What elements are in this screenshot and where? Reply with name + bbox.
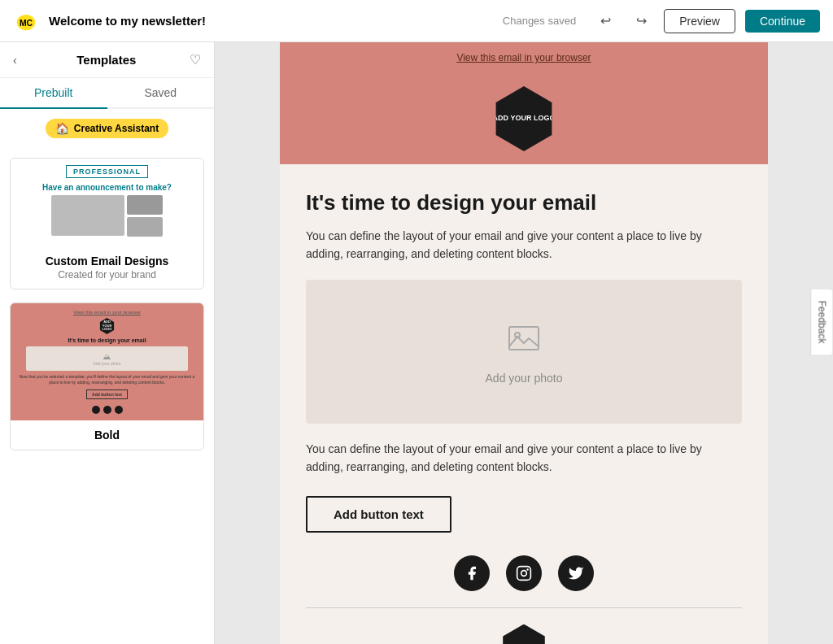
preview-headline: Have an announcement to make? [42,183,172,192]
bold-body-text: Now that you've selected a template, you… [17,374,197,385]
bold-cta-mini: Add button text [86,389,128,399]
page-title: Welcome to my newsletter! [49,14,493,28]
email-divider [306,607,742,608]
bold-photo-mini: ⛰ Add your photo [26,346,188,371]
email-body-text-1: You can define the layout of your email … [306,227,742,263]
sidebar-content: 🏠 Creative Assistant PROFESSIONAL Have a… [0,109,214,644]
creative-badge-icon: 🏠 [55,122,69,135]
bold-photo-icon: ⛰ [102,352,111,361]
svg-point-6 [526,568,529,571]
top-nav: MC Welcome to my newsletter! Changes sav… [0,0,833,42]
template-card-bold[interactable]: View this email in your browser ADDYOURL… [10,302,204,450]
bold-social-ig [103,406,111,414]
svg-point-3 [515,333,520,337]
social-instagram-button[interactable] [506,555,542,591]
email-logo-text: ADD YOUR LOGO [493,114,556,124]
preview-tag: PROFESSIONAL [66,165,148,178]
redo-button[interactable]: ↪ [628,8,654,34]
preview-images [51,195,163,237]
sidebar-header: ‹ Templates ♡ [0,42,214,78]
tab-prebuilt[interactable]: Prebuilt [0,78,107,109]
social-twitter-button[interactable] [558,555,594,591]
sidebar-favorite-button[interactable]: ♡ [190,52,201,67]
bold-social-mini [92,406,123,414]
bold-headline-mini: It's time to design your email [68,337,146,343]
sidebar: ‹ Templates ♡ Prebuilt Saved 🏠 Creative … [0,42,215,644]
photo-label: Add your photo [486,372,563,385]
email-headline: It's time to design your email [306,190,596,215]
bold-logo-mini: ADDYOURLOGO [99,318,116,334]
template-name: Custom Email Designs [22,255,192,268]
email-body-text-2: You can define the layout of your email … [306,440,742,476]
template-desc: Created for your brand [22,269,192,281]
bold-browser-link: View this email in your browser [73,310,141,315]
svg-rect-4 [517,566,531,580]
email-body: It's time to design your email You can d… [280,164,768,644]
template-preview: PROFESSIONAL Have an announcement to mak… [11,159,203,246]
email-footer-logo: ADD [499,624,548,644]
undo-button[interactable]: ↩ [592,8,618,34]
email-logo-block: ADD YOUR LOGO [491,86,556,151]
email-photo-block: Add your photo [306,280,742,424]
mailchimp-logo: MC [13,8,39,34]
bold-template-name: Bold [11,420,203,450]
email-browser-link[interactable]: View this email in your browser [456,42,591,73]
feedback-tab[interactable]: Feedback [811,289,833,356]
svg-rect-2 [509,327,539,350]
template-card-custom[interactable]: PROFESSIONAL Have an announcement to mak… [10,158,204,289]
email-canvas: View this email in your browser ADD YOUR… [280,42,768,644]
continue-button[interactable]: Continue [745,10,820,33]
email-cta-button[interactable]: Add button text [306,496,451,533]
bold-preview: View this email in your browser ADDYOURL… [11,303,203,420]
bold-social-tw [115,406,123,414]
email-logo-hexagon: ADD YOUR LOGO [491,86,556,151]
bold-photo-text: Add your photo [94,361,121,366]
sidebar-title: Templates [24,53,190,67]
social-facebook-button[interactable] [454,555,490,591]
template-card-info: Custom Email Designs Created for your br… [11,246,203,289]
svg-text:MC: MC [20,18,33,27]
creative-assistant-badge[interactable]: 🏠 Creative Assistant [46,119,168,138]
sidebar-back-button[interactable]: ‹ [13,54,17,67]
sidebar-tabs: Prebuilt Saved [0,78,214,109]
main-layout: ‹ Templates ♡ Prebuilt Saved 🏠 Creative … [0,42,833,644]
photo-placeholder-icon [504,319,543,365]
preview-button[interactable]: Preview [664,9,735,33]
canvas-area: View this email in your browser ADD YOUR… [215,42,833,644]
email-social-icons [306,555,742,591]
creative-badge-label: Creative Assistant [74,123,159,134]
bold-social-fb [92,406,100,414]
changes-saved-status: Changes saved [503,15,576,27]
tab-saved[interactable]: Saved [107,78,215,107]
svg-point-5 [521,570,527,576]
